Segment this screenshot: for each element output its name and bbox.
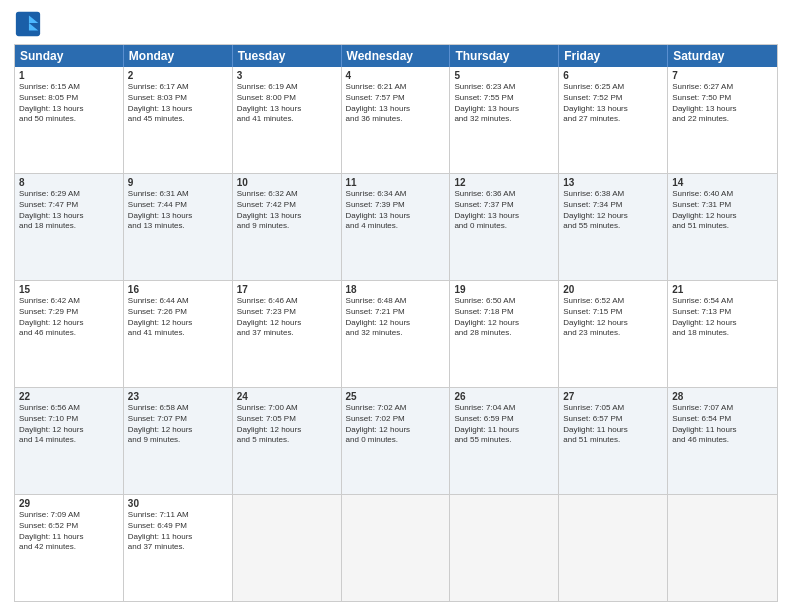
cell-content: Sunrise: 6:52 AMSunset: 7:15 PMDaylight:… xyxy=(563,296,663,339)
calendar-cell: 13Sunrise: 6:38 AMSunset: 7:34 PMDayligh… xyxy=(559,174,668,280)
calendar-cell: 11Sunrise: 6:34 AMSunset: 7:39 PMDayligh… xyxy=(342,174,451,280)
weekday-header: Tuesday xyxy=(233,45,342,67)
day-number: 20 xyxy=(563,284,663,295)
logo-icon xyxy=(14,10,42,38)
calendar-cell: 24Sunrise: 7:00 AMSunset: 7:05 PMDayligh… xyxy=(233,388,342,494)
calendar: SundayMondayTuesdayWednesdayThursdayFrid… xyxy=(14,44,778,602)
cell-content: Sunrise: 6:54 AMSunset: 7:13 PMDaylight:… xyxy=(672,296,773,339)
calendar-cell: 29Sunrise: 7:09 AMSunset: 6:52 PMDayligh… xyxy=(15,495,124,601)
day-number: 13 xyxy=(563,177,663,188)
calendar-cell: 2Sunrise: 6:17 AMSunset: 8:03 PMDaylight… xyxy=(124,67,233,173)
day-number: 14 xyxy=(672,177,773,188)
cell-content: Sunrise: 6:17 AMSunset: 8:03 PMDaylight:… xyxy=(128,82,228,125)
day-number: 30 xyxy=(128,498,228,509)
day-number: 24 xyxy=(237,391,337,402)
weekday-header: Wednesday xyxy=(342,45,451,67)
calendar-cell: 4Sunrise: 6:21 AMSunset: 7:57 PMDaylight… xyxy=(342,67,451,173)
day-number: 11 xyxy=(346,177,446,188)
calendar-row: 15Sunrise: 6:42 AMSunset: 7:29 PMDayligh… xyxy=(15,281,777,388)
cell-content: Sunrise: 6:50 AMSunset: 7:18 PMDaylight:… xyxy=(454,296,554,339)
day-number: 29 xyxy=(19,498,119,509)
calendar-cell: 20Sunrise: 6:52 AMSunset: 7:15 PMDayligh… xyxy=(559,281,668,387)
cell-content: Sunrise: 6:46 AMSunset: 7:23 PMDaylight:… xyxy=(237,296,337,339)
day-number: 6 xyxy=(563,70,663,81)
calendar-cell: 5Sunrise: 6:23 AMSunset: 7:55 PMDaylight… xyxy=(450,67,559,173)
cell-content: Sunrise: 6:19 AMSunset: 8:00 PMDaylight:… xyxy=(237,82,337,125)
day-number: 12 xyxy=(454,177,554,188)
weekday-header: Sunday xyxy=(15,45,124,67)
calendar-cell: 19Sunrise: 6:50 AMSunset: 7:18 PMDayligh… xyxy=(450,281,559,387)
cell-content: Sunrise: 6:32 AMSunset: 7:42 PMDaylight:… xyxy=(237,189,337,232)
calendar-cell: 12Sunrise: 6:36 AMSunset: 7:37 PMDayligh… xyxy=(450,174,559,280)
calendar-cell: 6Sunrise: 6:25 AMSunset: 7:52 PMDaylight… xyxy=(559,67,668,173)
weekday-header: Saturday xyxy=(668,45,777,67)
cell-content: Sunrise: 7:02 AMSunset: 7:02 PMDaylight:… xyxy=(346,403,446,446)
cell-content: Sunrise: 6:31 AMSunset: 7:44 PMDaylight:… xyxy=(128,189,228,232)
day-number: 21 xyxy=(672,284,773,295)
calendar-cell: 26Sunrise: 7:04 AMSunset: 6:59 PMDayligh… xyxy=(450,388,559,494)
calendar-cell: 1Sunrise: 6:15 AMSunset: 8:05 PMDaylight… xyxy=(15,67,124,173)
cell-content: Sunrise: 6:42 AMSunset: 7:29 PMDaylight:… xyxy=(19,296,119,339)
day-number: 18 xyxy=(346,284,446,295)
cell-content: Sunrise: 6:15 AMSunset: 8:05 PMDaylight:… xyxy=(19,82,119,125)
day-number: 23 xyxy=(128,391,228,402)
empty-cell xyxy=(559,495,668,601)
calendar-cell: 30Sunrise: 7:11 AMSunset: 6:49 PMDayligh… xyxy=(124,495,233,601)
header xyxy=(14,10,778,38)
empty-cell xyxy=(450,495,559,601)
cell-content: Sunrise: 7:00 AMSunset: 7:05 PMDaylight:… xyxy=(237,403,337,446)
cell-content: Sunrise: 6:27 AMSunset: 7:50 PMDaylight:… xyxy=(672,82,773,125)
svg-rect-0 xyxy=(16,12,40,36)
cell-content: Sunrise: 6:56 AMSunset: 7:10 PMDaylight:… xyxy=(19,403,119,446)
calendar-row: 8Sunrise: 6:29 AMSunset: 7:47 PMDaylight… xyxy=(15,174,777,281)
day-number: 5 xyxy=(454,70,554,81)
cell-content: Sunrise: 6:23 AMSunset: 7:55 PMDaylight:… xyxy=(454,82,554,125)
calendar-cell: 14Sunrise: 6:40 AMSunset: 7:31 PMDayligh… xyxy=(668,174,777,280)
weekday-header: Friday xyxy=(559,45,668,67)
day-number: 8 xyxy=(19,177,119,188)
day-number: 19 xyxy=(454,284,554,295)
day-number: 22 xyxy=(19,391,119,402)
empty-cell xyxy=(668,495,777,601)
day-number: 25 xyxy=(346,391,446,402)
cell-content: Sunrise: 6:44 AMSunset: 7:26 PMDaylight:… xyxy=(128,296,228,339)
cell-content: Sunrise: 6:34 AMSunset: 7:39 PMDaylight:… xyxy=(346,189,446,232)
cell-content: Sunrise: 6:21 AMSunset: 7:57 PMDaylight:… xyxy=(346,82,446,125)
cell-content: Sunrise: 7:05 AMSunset: 6:57 PMDaylight:… xyxy=(563,403,663,446)
empty-cell xyxy=(342,495,451,601)
calendar-row: 22Sunrise: 6:56 AMSunset: 7:10 PMDayligh… xyxy=(15,388,777,495)
cell-content: Sunrise: 6:38 AMSunset: 7:34 PMDaylight:… xyxy=(563,189,663,232)
calendar-cell: 23Sunrise: 6:58 AMSunset: 7:07 PMDayligh… xyxy=(124,388,233,494)
day-number: 26 xyxy=(454,391,554,402)
calendar-cell: 8Sunrise: 6:29 AMSunset: 7:47 PMDaylight… xyxy=(15,174,124,280)
day-number: 28 xyxy=(672,391,773,402)
day-number: 16 xyxy=(128,284,228,295)
day-number: 1 xyxy=(19,70,119,81)
day-number: 7 xyxy=(672,70,773,81)
cell-content: Sunrise: 7:04 AMSunset: 6:59 PMDaylight:… xyxy=(454,403,554,446)
calendar-cell: 16Sunrise: 6:44 AMSunset: 7:26 PMDayligh… xyxy=(124,281,233,387)
cell-content: Sunrise: 7:11 AMSunset: 6:49 PMDaylight:… xyxy=(128,510,228,553)
cell-content: Sunrise: 6:58 AMSunset: 7:07 PMDaylight:… xyxy=(128,403,228,446)
calendar-cell: 17Sunrise: 6:46 AMSunset: 7:23 PMDayligh… xyxy=(233,281,342,387)
calendar-cell: 3Sunrise: 6:19 AMSunset: 8:00 PMDaylight… xyxy=(233,67,342,173)
calendar-cell: 22Sunrise: 6:56 AMSunset: 7:10 PMDayligh… xyxy=(15,388,124,494)
cell-content: Sunrise: 6:25 AMSunset: 7:52 PMDaylight:… xyxy=(563,82,663,125)
calendar-header: SundayMondayTuesdayWednesdayThursdayFrid… xyxy=(15,45,777,67)
empty-cell xyxy=(233,495,342,601)
calendar-cell: 25Sunrise: 7:02 AMSunset: 7:02 PMDayligh… xyxy=(342,388,451,494)
calendar-row: 1Sunrise: 6:15 AMSunset: 8:05 PMDaylight… xyxy=(15,67,777,174)
day-number: 17 xyxy=(237,284,337,295)
cell-content: Sunrise: 6:29 AMSunset: 7:47 PMDaylight:… xyxy=(19,189,119,232)
calendar-cell: 21Sunrise: 6:54 AMSunset: 7:13 PMDayligh… xyxy=(668,281,777,387)
day-number: 2 xyxy=(128,70,228,81)
calendar-cell: 10Sunrise: 6:32 AMSunset: 7:42 PMDayligh… xyxy=(233,174,342,280)
calendar-cell: 27Sunrise: 7:05 AMSunset: 6:57 PMDayligh… xyxy=(559,388,668,494)
cell-content: Sunrise: 7:09 AMSunset: 6:52 PMDaylight:… xyxy=(19,510,119,553)
cell-content: Sunrise: 6:40 AMSunset: 7:31 PMDaylight:… xyxy=(672,189,773,232)
day-number: 4 xyxy=(346,70,446,81)
calendar-body: 1Sunrise: 6:15 AMSunset: 8:05 PMDaylight… xyxy=(15,67,777,601)
cell-content: Sunrise: 7:07 AMSunset: 6:54 PMDaylight:… xyxy=(672,403,773,446)
day-number: 9 xyxy=(128,177,228,188)
day-number: 3 xyxy=(237,70,337,81)
